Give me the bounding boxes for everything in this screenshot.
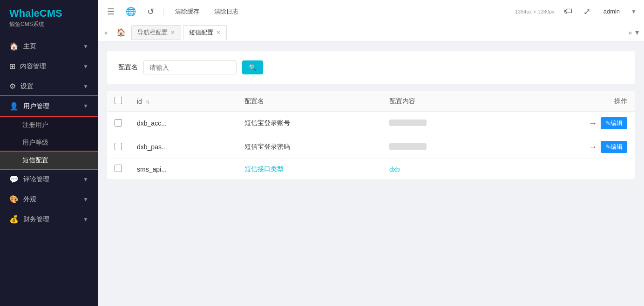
logo: WhaleCMS 鲸鱼CMS系统 [0, 0, 98, 36]
tab-more-buttons: » ▼ [628, 29, 640, 36]
tab-nav-prev[interactable]: « [102, 27, 111, 38]
globe-icon[interactable]: 🌐 [124, 5, 138, 19]
sidebar-item-finance-label: 财务管理 [23, 215, 49, 224]
row1-id: dxb_acc... [129, 112, 237, 135]
sidebar-item-user-management[interactable]: 👤 用户管理 ▲ [0, 96, 98, 116]
sidebar-item-user-management-label: 用户管理 [23, 102, 49, 111]
tag-icon[interactable]: 🏷 [562, 5, 574, 18]
th-operation: 操作 [507, 91, 635, 112]
sidebar-item-sms-config[interactable]: 短信配置 [0, 152, 98, 169]
row3-config-content: dxb [382, 159, 507, 180]
search-label: 配置名 [118, 63, 138, 72]
table-row: sms_api... 短信接口类型 dxb [107, 159, 635, 180]
th-checkbox [107, 91, 129, 112]
row1-checkbox[interactable] [115, 119, 122, 126]
tab-dropdown-icon[interactable]: ▼ [634, 29, 640, 36]
th-id-label: id [137, 98, 142, 105]
sidebar-item-settings[interactable]: ⚙ 设置 ▼ [0, 76, 98, 96]
row2-config-content [382, 135, 507, 159]
tab-navbar-config[interactable]: 导航栏配置 ✕ [131, 25, 181, 40]
row3-checkbox[interactable] [115, 165, 122, 172]
tab-navbar-close-icon[interactable]: ✕ [170, 29, 175, 36]
row3-operation-cell [507, 159, 635, 180]
settings-arrow-icon: ▼ [83, 83, 88, 90]
logo-title: WhaleCMS [9, 7, 88, 20]
row2-checkbox[interactable] [115, 143, 122, 150]
th-config-content: 配置内容 [382, 91, 507, 112]
select-all-checkbox[interactable] [115, 97, 122, 104]
sidebar-item-appearance-label: 外观 [23, 195, 36, 204]
settings-icon: ⚙ [9, 82, 16, 91]
user-sub-nav: 注册用户 用户等级 短信配置 [0, 116, 98, 169]
row1-edit-button[interactable]: ✎编辑 [601, 117, 627, 129]
finance-arrow-icon: ▼ [83, 216, 88, 223]
clear-log-button[interactable]: 清除日志 [210, 6, 242, 18]
row3-config-value: dxb [389, 166, 400, 173]
sidebar-item-register-users[interactable]: 注册用户 [0, 116, 98, 134]
search-icon: 🔍 [249, 64, 257, 71]
row2-edit-button[interactable]: ✎编辑 [601, 141, 627, 153]
tab-sms-close-icon[interactable]: ✕ [216, 29, 221, 36]
menu-toggle-icon[interactable]: ☰ [105, 5, 116, 19]
content-arrow-icon: ▼ [83, 63, 88, 70]
main: ☰ 🌐 ↺ 清除缓存 清除日志 1394px × 1280px 🏷 ⤢ admi… [98, 0, 644, 306]
sidebar-item-content[interactable]: ⊞ 内容管理 ▼ [0, 56, 98, 76]
sidebar-item-finance[interactable]: 💰 财务管理 ▼ [0, 209, 98, 229]
sidebar-item-comments-label: 评论管理 [23, 175, 49, 184]
logo-whale: Whale [9, 7, 40, 19]
refresh-icon[interactable]: ↺ [145, 5, 156, 19]
row3-id: sms_api... [129, 159, 237, 180]
home-icon: 🏠 [9, 42, 19, 51]
row1-config-name: 短信宝登录账号 [237, 112, 382, 135]
content-icon: ⊞ [9, 62, 15, 71]
row1-config-content [382, 112, 507, 135]
row1-checkbox-cell [107, 112, 129, 135]
row1-arrow-indicator: → [589, 119, 597, 128]
finance-icon: 💰 [9, 215, 19, 224]
sidebar-item-home-label: 主页 [23, 42, 36, 51]
sort-icon[interactable]: ⇅ [146, 100, 149, 105]
tab-navbar-config-label: 导航栏配置 [137, 28, 168, 37]
tabsbar: « 🏠 导航栏配置 ✕ 短信配置 ✕ » ▼ [98, 23, 644, 42]
row3-config-name: 短信接口类型 [237, 159, 382, 180]
row2-blurred-content [389, 143, 427, 150]
clear-cache-button[interactable]: 清除缓存 [171, 6, 203, 18]
row1-blurred-content [389, 120, 427, 126]
user-icon: 👤 [9, 102, 19, 111]
screen-size-label: 1394px × 1280px [515, 9, 555, 14]
content-area: 配置名 🔍 id ⇅ 配置名 [98, 42, 644, 306]
sidebar-item-comments[interactable]: 💬 评论管理 ▼ [0, 169, 98, 189]
sidebar-item-user-level[interactable]: 用户等级 [0, 134, 98, 152]
admin-arrow-icon: ▼ [631, 8, 637, 15]
row3-config-name-link[interactable]: 短信接口类型 [244, 165, 284, 173]
sidebar-item-home[interactable]: 🏠 主页 ▼ [0, 36, 98, 56]
row2-config-name: 短信宝登录密码 [237, 135, 382, 159]
tab-more-icon[interactable]: » [628, 29, 632, 36]
sidebar-item-appearance[interactable]: 🎨 外观 ▼ [0, 189, 98, 209]
fullscreen-icon[interactable]: ⤢ [582, 5, 592, 19]
table-header-row: id ⇅ 配置名 配置内容 操作 [107, 91, 635, 112]
th-config-name: 配置名 [237, 91, 382, 112]
th-id: id ⇅ [129, 91, 237, 112]
appearance-icon: 🎨 [9, 195, 19, 204]
table-row: dxb_acc... 短信宝登录账号 → ✎编辑 [107, 112, 635, 135]
row2-arrow-indicator: → [589, 142, 597, 152]
topbar-right: 1394px × 1280px 🏷 ⤢ admin ▼ [515, 5, 637, 19]
sidebar-item-content-label: 内容管理 [20, 62, 46, 71]
comments-arrow-icon: ▼ [83, 176, 88, 183]
sidebar-item-settings-label: 设置 [20, 82, 34, 91]
sidebar: WhaleCMS 鲸鱼CMS系统 🏠 主页 ▼ ⊞ 内容管理 ▼ ⚙ 设置 [0, 0, 98, 306]
tab-sms-config[interactable]: 短信配置 ✕ [183, 25, 227, 40]
topbar: ☰ 🌐 ↺ 清除缓存 清除日志 1394px × 1280px 🏷 ⤢ admi… [98, 0, 644, 23]
logo-sub: 鲸鱼CMS系统 [9, 20, 88, 28]
nav-items: 🏠 主页 ▼ ⊞ 内容管理 ▼ ⚙ 设置 ▼ 👤 用户管理 [0, 36, 98, 306]
user-management-arrow-icon: ▲ [83, 103, 88, 110]
tab-home-icon[interactable]: 🏠 [113, 26, 129, 39]
row2-id: dxb_pas... [129, 135, 237, 159]
logo-cms: CMS [40, 7, 62, 19]
admin-label[interactable]: admin [600, 6, 624, 17]
search-button[interactable]: 🔍 [242, 60, 263, 74]
comments-icon: 💬 [9, 175, 19, 184]
search-input[interactable] [143, 60, 237, 74]
tab-sms-config-label: 短信配置 [189, 28, 213, 37]
